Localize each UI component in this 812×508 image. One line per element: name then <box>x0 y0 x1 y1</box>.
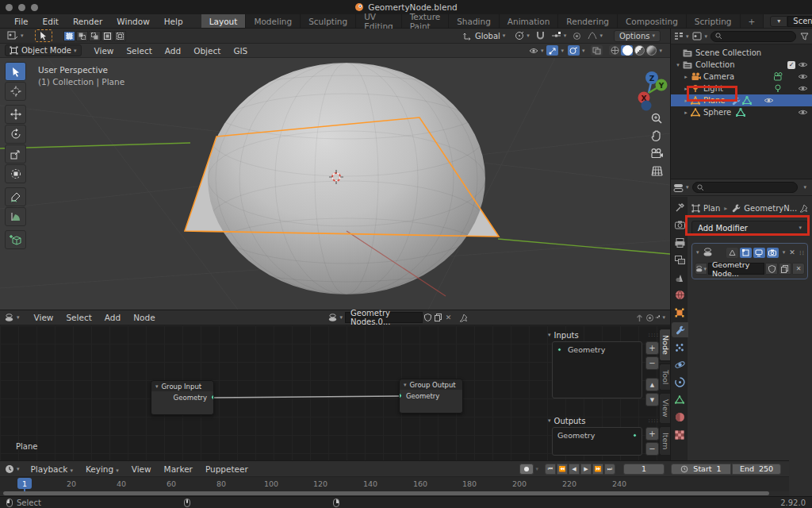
sidebar-tab-tool[interactable]: Tool <box>659 364 670 391</box>
menu-render[interactable]: Render <box>66 14 109 28</box>
node-menu-add[interactable]: Add <box>98 313 127 322</box>
timeline-menu-keying[interactable]: Keying▾ <box>79 464 125 474</box>
tab-texture-paint[interactable]: Texture Paint <box>402 14 449 28</box>
properties-search-input[interactable] <box>692 182 799 193</box>
tab-render-properties[interactable] <box>672 217 688 233</box>
node-menu-view[interactable]: View <box>28 313 60 322</box>
node-tree-name-field[interactable]: Geometry Node... <box>708 263 764 275</box>
tab-object-properties[interactable] <box>672 305 688 320</box>
mode-dropdown[interactable]: Object Mode▾ <box>5 44 82 56</box>
object-visibility-icon[interactable]: ▾ <box>526 44 547 56</box>
outliner-row-light[interactable]: ▸ Light <box>671 83 812 94</box>
add-input-button[interactable]: + <box>645 341 659 355</box>
properties-options-icon[interactable]: ▾ <box>803 184 806 190</box>
outliner-filter-icon[interactable] <box>799 31 810 41</box>
sidebar-tab-item[interactable]: Item <box>659 426 670 456</box>
modifier-extras-icon[interactable]: ▾ <box>783 249 786 256</box>
group-input-node[interactable]: ▾Group Input Geometry <box>151 380 214 415</box>
tab-shading[interactable]: Shading <box>449 14 500 28</box>
outliner-search-input[interactable] <box>710 31 796 42</box>
select-mode-new-icon[interactable] <box>63 31 75 41</box>
xray-toggle-icon[interactable] <box>591 45 603 56</box>
pan-hand-icon[interactable] <box>649 128 665 144</box>
tool-scale[interactable] <box>5 144 26 164</box>
move-input-up-button[interactable]: ▲ <box>645 378 659 391</box>
scene-browse-icon[interactable]: ▾ <box>770 16 787 27</box>
outliner-row-scene-collection[interactable]: Scene Collection <box>671 47 812 59</box>
unlink-datablock-icon[interactable]: ✕ <box>792 263 805 275</box>
outliner-row-camera[interactable]: ▸ Camera <box>671 71 812 83</box>
pin-icon[interactable] <box>799 204 808 213</box>
menu-window[interactable]: Window <box>109 14 156 28</box>
outliner-row-plane[interactable]: ▸ Plane <box>671 94 812 106</box>
breadcrumb-modifier-name[interactable]: GeometryN... <box>744 204 797 213</box>
shading-material-icon[interactable] <box>633 45 645 56</box>
tab-sculpting[interactable]: Sculpting <box>301 14 356 28</box>
select-mode-extend-icon[interactable] <box>76 31 88 41</box>
remove-output-button[interactable]: − <box>645 442 659 456</box>
add-modifier-dropdown[interactable]: Add Modifier ▾ <box>691 221 808 235</box>
menu-file[interactable]: File <box>7 14 36 28</box>
tab-modeling[interactable]: Modeling <box>246 14 301 28</box>
play-button[interactable]: ▶ <box>580 464 592 475</box>
start-frame-field[interactable]: Start1 <box>671 464 731 475</box>
modifier-render-toggle-icon[interactable] <box>767 248 779 258</box>
copy-datablock-icon[interactable] <box>779 263 791 275</box>
move-input-down-button[interactable]: ▼ <box>645 393 659 406</box>
outliner-filter-collection-icon[interactable] <box>692 31 703 41</box>
shading-rendered-icon[interactable] <box>645 45 657 56</box>
orientation-icon[interactable] <box>460 30 475 42</box>
tab-animation[interactable]: Animation <box>500 14 559 28</box>
prev-keyframe-button[interactable]: ⏪ <box>557 464 568 475</box>
playhead[interactable]: 1 <box>17 478 32 489</box>
fake-user-shield-icon[interactable] <box>765 263 778 275</box>
tab-constraint-properties[interactable] <box>672 375 688 390</box>
zoom-icon[interactable] <box>649 110 665 126</box>
navigation-gizmo[interactable]: Z Y X <box>620 66 668 114</box>
outliner-display-mode-icon[interactable] <box>673 31 684 41</box>
node-tree-browse-icon[interactable]: ▾ <box>695 263 707 275</box>
tool-annotate[interactable] <box>5 187 26 206</box>
tab-layout[interactable]: Layout <box>201 14 247 28</box>
timeline-menu-playback[interactable]: Playback▾ <box>25 464 79 474</box>
play-reverse-button[interactable]: ◀ <box>569 464 580 475</box>
editor-type-3dview-icon[interactable]: ▾ <box>4 30 27 42</box>
overlays-toggle-icon[interactable] <box>568 45 580 56</box>
shading-solid-icon[interactable] <box>621 45 633 56</box>
timeline-menu-marker[interactable]: Marker <box>158 464 199 474</box>
tree-copy-icon[interactable] <box>433 313 443 323</box>
tab-view-layer-properties[interactable] <box>672 252 688 267</box>
proportional-falloff-icon[interactable]: ▾ <box>584 30 606 42</box>
tool-cursor[interactable] <box>5 82 26 101</box>
node-canvas[interactable]: ▾Group Input Geometry ▾Group Output Geom… <box>0 325 670 460</box>
next-keyframe-button[interactable]: ⏩ <box>592 464 603 475</box>
tool-add-cube[interactable] <box>5 230 26 249</box>
node-snap-target-icon[interactable]: ▾ <box>655 313 665 323</box>
modifier-drag-handle[interactable]: ⁝⁝ <box>799 249 805 256</box>
active-tool-select-box-icon[interactable] <box>35 29 52 42</box>
tool-select-box[interactable] <box>5 62 26 81</box>
tab-tool-properties[interactable] <box>672 200 688 215</box>
snap-target-icon[interactable]: ▾ <box>548 30 570 42</box>
tab-texture-properties[interactable] <box>672 427 688 442</box>
parent-tree-icon[interactable] <box>634 313 645 323</box>
breadcrumb-object-name[interactable]: Plan <box>703 204 720 213</box>
perspective-ortho-icon[interactable] <box>649 163 665 179</box>
remove-input-button[interactable]: − <box>645 356 659 370</box>
current-frame-field[interactable]: 1 <box>623 464 665 475</box>
outliner-row-collection[interactable]: ▾ Collection ✓ <box>671 59 812 71</box>
tab-particle-properties[interactable] <box>672 340 688 355</box>
gizmos-toggle-icon[interactable] <box>546 45 558 56</box>
inputs-panel-header[interactable]: ▾Inputs:::: <box>546 329 659 341</box>
viewport-canvas[interactable]: User Perspective (1) Collection | Plane … <box>0 58 670 310</box>
modifier-editmode-toggle-icon[interactable] <box>740 248 752 258</box>
tree-pin-icon[interactable] <box>458 313 469 323</box>
tool-move[interactable] <box>5 105 26 124</box>
geometry-input-socket[interactable] <box>399 393 402 398</box>
snap-magnet-icon[interactable] <box>533 30 548 42</box>
hide-eye-icon[interactable] <box>798 85 808 92</box>
timeline-ruler[interactable]: 20 40 60 80 100 120 140 160 180 200 220 … <box>0 477 789 491</box>
tree-name-field[interactable]: Geometry Nodes.0... <box>345 312 423 323</box>
tab-compositing[interactable]: Compositing <box>618 14 687 28</box>
sidebar-tab-view[interactable]: View <box>659 393 670 424</box>
